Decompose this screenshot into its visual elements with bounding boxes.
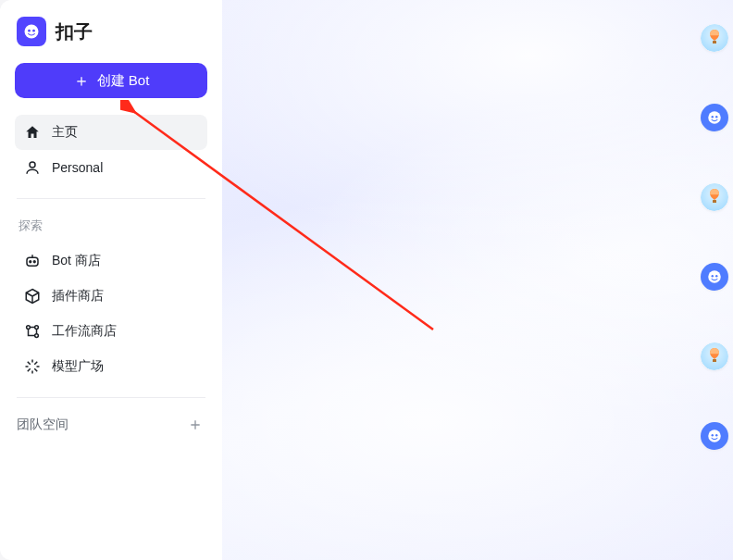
workflow-icon xyxy=(24,323,41,340)
balloon-avatar-icon[interactable] xyxy=(701,183,728,211)
divider xyxy=(17,397,205,398)
svg-point-9 xyxy=(35,334,39,338)
svg-point-8 xyxy=(35,326,39,330)
svg-rect-11 xyxy=(713,41,716,44)
svg-point-18 xyxy=(712,275,714,277)
brand-logo-icon xyxy=(17,17,46,46)
create-bot-button[interactable]: ＋ 创建 Bot xyxy=(15,63,207,98)
bot-icon xyxy=(24,253,41,269)
svg-point-6 xyxy=(33,261,35,263)
svg-rect-16 xyxy=(713,200,716,203)
sidebar-item-label: 工作流商店 xyxy=(52,323,117,340)
svg-point-2 xyxy=(32,30,35,32)
svg-point-19 xyxy=(715,275,717,277)
create-bot-label: 创建 Bot xyxy=(97,72,150,90)
sidebar-item-model-plaza[interactable]: 模型广场 xyxy=(15,349,207,384)
add-team-space-button[interactable] xyxy=(185,415,205,435)
main-canvas xyxy=(222,0,733,560)
plus-icon: ＋ xyxy=(73,72,90,89)
floating-avatar-column xyxy=(696,0,733,560)
svg-point-14 xyxy=(715,116,717,118)
svg-rect-4 xyxy=(27,257,38,266)
sidebar-item-home[interactable]: 主页 xyxy=(15,115,207,150)
sidebar-item-personal[interactable]: Personal xyxy=(15,150,207,185)
svg-point-22 xyxy=(708,429,721,442)
bot-avatar-icon[interactable] xyxy=(701,104,728,131)
explore-title: 探索 xyxy=(15,212,207,243)
team-space-row: 团队空间 xyxy=(15,411,207,439)
svg-point-5 xyxy=(30,261,31,263)
divider xyxy=(17,198,205,199)
balloon-avatar-icon[interactable] xyxy=(701,342,728,370)
balloon-avatar-icon[interactable] xyxy=(701,24,728,52)
team-space-title: 团队空间 xyxy=(17,417,68,433)
home-icon xyxy=(24,124,41,141)
svg-point-24 xyxy=(715,434,717,436)
svg-point-13 xyxy=(712,116,714,118)
svg-point-3 xyxy=(30,162,35,168)
sidebar-item-label: 主页 xyxy=(52,124,78,141)
nav-explore: Bot 商店 插件商店 工作流商店 模型广场 xyxy=(15,243,207,384)
svg-point-23 xyxy=(712,434,714,436)
sidebar-item-plugin-store[interactable]: 插件商店 xyxy=(15,279,207,314)
user-icon xyxy=(24,159,41,176)
sidebar-item-label: 模型广场 xyxy=(52,358,104,375)
sidebar-item-label: 插件商店 xyxy=(52,288,104,305)
plus-icon xyxy=(188,417,203,432)
svg-point-0 xyxy=(25,25,39,39)
sidebar: 扣子 ＋ 创建 Bot 主页 Personal 探索 Bot 商店 xyxy=(0,0,222,560)
bot-avatar-icon[interactable] xyxy=(701,422,728,450)
bot-avatar-icon[interactable] xyxy=(701,263,728,291)
sidebar-item-label: Bot 商店 xyxy=(52,253,101,269)
brand: 扣子 xyxy=(15,13,207,63)
sidebar-item-workflow-store[interactable]: 工作流商店 xyxy=(15,314,207,349)
svg-point-12 xyxy=(708,111,721,124)
svg-point-7 xyxy=(27,326,31,330)
sidebar-item-label: Personal xyxy=(52,160,103,175)
spark-icon xyxy=(24,358,41,375)
nav-primary: 主页 Personal xyxy=(15,115,207,185)
brand-name: 扣子 xyxy=(56,19,93,44)
svg-point-1 xyxy=(28,30,31,32)
svg-point-17 xyxy=(708,270,721,283)
svg-rect-21 xyxy=(713,359,716,362)
sidebar-item-bot-store[interactable]: Bot 商店 xyxy=(15,243,207,279)
cube-icon xyxy=(24,288,41,305)
